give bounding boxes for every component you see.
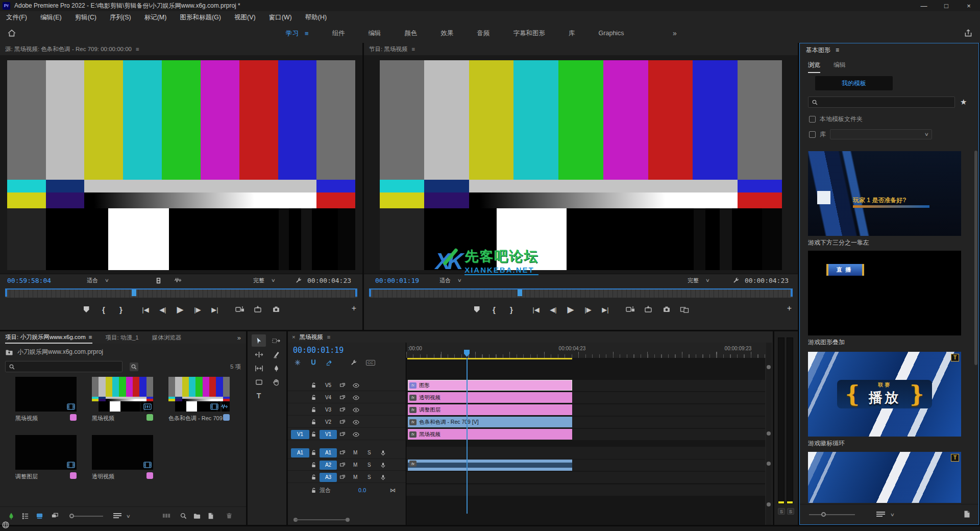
clip-graphic[interactable]: fx 图形 (408, 380, 572, 391)
project-breadcrumb[interactable]: 小刀娱乐网www.x6g.com.prproj (17, 348, 103, 356)
toggle-track-output-eye-icon[interactable] (352, 382, 360, 389)
close-button[interactable]: × (958, 0, 980, 11)
panel-overflow-icon[interactable]: » (237, 334, 241, 342)
source-quality-select[interactable]: 完整∨ (253, 277, 275, 284)
toggle-track-output-eye-icon[interactable] (352, 419, 360, 426)
step-forward-icon[interactable]: |▶ (193, 306, 202, 313)
chevron-down-icon[interactable]: ∨ (126, 514, 131, 519)
source-scrubber[interactable] (5, 288, 357, 298)
button-editor-icon[interactable]: + (787, 304, 792, 313)
goto-out-icon[interactable]: ▶| (211, 306, 219, 313)
export-frame-icon[interactable] (663, 305, 671, 313)
menu-help[interactable]: 帮助(H) (305, 13, 327, 22)
menu-view[interactable]: 视图(V) (234, 13, 256, 22)
template-zoom-knob[interactable] (821, 512, 826, 517)
clip-bars-tone-audio[interactable]: fx (408, 460, 572, 471)
project-item-bars-tone[interactable] (168, 377, 230, 412)
lock-icon[interactable] (310, 406, 317, 413)
sync-lock-icon[interactable] (339, 474, 346, 480)
track-target-a1[interactable]: A1 (320, 448, 337, 457)
program-playhead[interactable] (518, 289, 522, 296)
favorites-star-icon[interactable]: ★ (960, 98, 967, 107)
icon-view-icon[interactable] (36, 512, 43, 520)
source-patch-a1[interactable]: A1 (291, 448, 309, 457)
workspace-tab-audio[interactable]: 音频 (477, 29, 490, 38)
source-patch-v1[interactable]: V1 (291, 430, 309, 439)
voiceover-mic-icon[interactable] (380, 462, 386, 469)
lock-icon[interactable] (310, 382, 317, 389)
tab-browse[interactable]: 浏览 (808, 61, 820, 73)
automate-to-sequence-icon[interactable] (162, 512, 171, 519)
project-item-adjustment-layer[interactable] (15, 435, 77, 470)
type-tool[interactable]: T (252, 390, 266, 402)
play-icon[interactable]: ▶ (176, 304, 184, 315)
workspace-tab-learning[interactable]: 学习 (286, 29, 299, 38)
install-template-icon[interactable] (963, 510, 971, 518)
slip-tool[interactable] (252, 362, 266, 374)
pen-tool[interactable] (269, 362, 283, 374)
panel-menu-icon[interactable]: ≡ (89, 334, 92, 340)
add-marker-icon[interactable] (82, 306, 90, 312)
tab-edit[interactable]: 编辑 (834, 61, 846, 73)
project-item-name[interactable]: 透明视频 (92, 473, 114, 480)
nest-insert-icon[interactable] (294, 359, 301, 366)
essential-graphics-title[interactable]: 基本图形 (806, 46, 830, 55)
scrub-handle-left[interactable] (369, 289, 371, 297)
project-item-name[interactable]: 调整图层 (15, 473, 38, 480)
clip-transparent-video[interactable]: fx 透明视频 (408, 392, 572, 403)
toggle-track-output-eye-icon[interactable] (352, 431, 360, 438)
project-root-icon[interactable] (5, 348, 13, 356)
project-item-transparent-video[interactable] (92, 435, 153, 470)
project-search-input[interactable] (5, 361, 122, 372)
maximize-button[interactable]: □ (935, 0, 958, 11)
voiceover-mic-icon[interactable] (380, 449, 386, 456)
workspace-tab-graphics[interactable]: Graphics (599, 30, 624, 37)
workspace-tab-menu-icon[interactable]: ≡ (305, 30, 309, 37)
timeline-vertical-scrollbar[interactable] (766, 343, 772, 525)
template-game-overlay[interactable]: 直播 (808, 251, 961, 335)
timeline-playhead-line[interactable] (467, 358, 468, 514)
timeline-tab-title[interactable]: 黑场视频 (300, 333, 323, 341)
project-item-black-video[interactable] (15, 377, 77, 412)
delete-icon[interactable] (226, 512, 233, 520)
goto-in-icon[interactable]: |◀ (141, 306, 150, 313)
track-target-a3[interactable]: A3 (320, 473, 337, 482)
hand-tool[interactable] (269, 376, 283, 388)
mark-in-icon[interactable]: { (490, 305, 498, 314)
sort-icon[interactable] (876, 512, 885, 517)
goto-out-icon[interactable]: ▶| (601, 306, 609, 313)
goto-in-icon[interactable]: |◀ (532, 306, 540, 313)
clip-bars-tone-video[interactable]: fx 色条和色调 - Rec 709 [V] (408, 417, 572, 427)
fit-keyframe-icon[interactable]: ⋈ (390, 487, 396, 494)
templates-scrollbar[interactable] (974, 151, 977, 365)
source-audio-waveform-icon[interactable] (174, 277, 182, 284)
template-caption[interactable]: 游戏图形叠加 (808, 338, 845, 347)
list-view-icon[interactable] (21, 512, 29, 520)
snap-magnet-icon[interactable] (310, 359, 317, 366)
mark-in-icon[interactable]: { (100, 305, 108, 314)
local-templates-checkbox[interactable] (809, 116, 816, 123)
program-scrubber[interactable] (369, 288, 793, 298)
captions-cc-icon[interactable]: CC (366, 360, 375, 366)
panel-menu-icon[interactable]: ≡ (327, 334, 331, 340)
solo-button[interactable]: S (368, 474, 371, 480)
rectangle-tool[interactable] (252, 376, 266, 388)
home-icon[interactable] (7, 29, 16, 38)
sync-lock-icon[interactable] (339, 419, 346, 425)
template-partial[interactable]: T (808, 452, 961, 503)
lock-icon[interactable] (310, 462, 317, 468)
source-monitor-title[interactable]: 源: 黑场视频: 色条和色调 - Rec 709: 00:00:00:00 (5, 45, 132, 53)
panel-menu-icon[interactable]: ≡ (411, 46, 415, 52)
solo-button[interactable]: S (368, 450, 371, 455)
play-icon[interactable]: ▶ (567, 304, 575, 315)
mute-button[interactable]: M (353, 450, 357, 455)
menu-window[interactable]: 窗口(W) (269, 13, 292, 22)
lock-icon[interactable] (310, 487, 317, 494)
template-game-lower-third[interactable]: 玩家 1 是否准备好? (808, 151, 961, 236)
voiceover-mic-icon[interactable] (380, 474, 386, 481)
panel-menu-icon[interactable]: ≡ (136, 46, 139, 52)
sync-lock-icon[interactable] (339, 462, 346, 468)
program-quality-select[interactable]: 完整∨ (688, 277, 709, 284)
menu-markers[interactable]: 标记(M) (144, 13, 167, 22)
label-color-chip[interactable] (70, 472, 77, 479)
